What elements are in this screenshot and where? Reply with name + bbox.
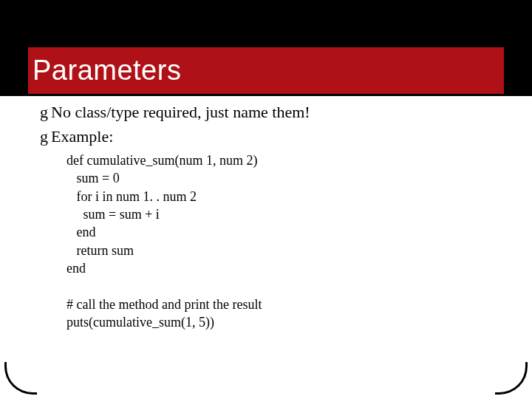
bullet-row: g Example:: [40, 126, 491, 148]
code-block: def cumulative_sum(num 1, num 2) sum = 0…: [66, 151, 491, 331]
slide: Parameters g No class/type required, jus…: [0, 0, 532, 399]
slide-title: Parameters: [33, 55, 181, 86]
bullet-text: No class/type required, just name them!: [51, 102, 310, 123]
slide-body: g No class/type required, just name them…: [40, 102, 491, 331]
bullet-icon: g: [40, 104, 48, 120]
corner-decoration-bottom-left: [4, 362, 37, 395]
bullet-text: Example:: [51, 126, 113, 148]
bullet-row: g No class/type required, just name them…: [40, 102, 491, 123]
title-block: Parameters: [28, 47, 504, 94]
corner-decoration-bottom-right: [495, 362, 528, 395]
bullet-icon: g: [40, 129, 48, 145]
